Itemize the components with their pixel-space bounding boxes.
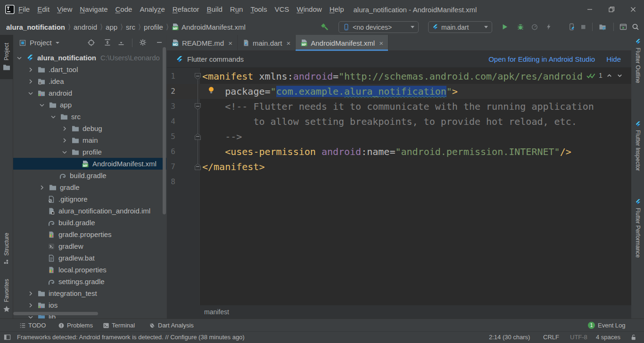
- close-tab-icon[interactable]: ×: [228, 39, 232, 47]
- fold-marker-icon[interactable]: [195, 103, 201, 110]
- tree-item-gradlew[interactable]: gradlew: [13, 240, 166, 252]
- prev-problem-icon[interactable]: [606, 72, 613, 79]
- tree-item-android[interactable]: android: [13, 87, 166, 99]
- tree-item-app[interactable]: app: [13, 99, 166, 111]
- next-problem-icon[interactable]: [616, 72, 623, 79]
- device-selector[interactable]: <no devices>: [339, 21, 419, 33]
- menu-run[interactable]: Run: [226, 0, 247, 19]
- project-viewmode-icon[interactable]: [19, 39, 26, 47]
- tool-strip-project[interactable]: Project: [0, 35, 13, 79]
- tab-README.md[interactable]: MDREADME.md×: [167, 35, 238, 51]
- tab-main.dart[interactable]: main.dart×: [238, 35, 296, 51]
- tree-item-.idea[interactable]: .idea: [13, 75, 166, 87]
- close-tab-icon[interactable]: ×: [379, 39, 383, 47]
- tree-item-profile[interactable]: profile: [13, 146, 166, 158]
- tree-item-.dart_tool[interactable]: .dart_tool: [13, 64, 166, 75]
- chevron-down-icon[interactable]: [50, 113, 57, 121]
- tree-item-build.gradle[interactable]: build.gradle: [13, 170, 166, 181]
- close-button[interactable]: [622, 0, 644, 19]
- inspection-widget[interactable]: 1: [586, 72, 623, 79]
- toolwindow-terminal[interactable]: Terminal: [103, 319, 135, 332]
- restore-button[interactable]: [601, 0, 622, 19]
- chevron-right-icon[interactable]: [27, 66, 34, 74]
- event-log-button[interactable]: 1 Event Log: [588, 319, 626, 332]
- menu-window[interactable]: Window: [293, 0, 325, 19]
- tool-strip-flutter-performance[interactable]: Flutter Performance: [631, 199, 644, 258]
- collapse-all-button[interactable]: [117, 39, 125, 47]
- tree-item-debug[interactable]: debug: [13, 122, 166, 134]
- chevron-right-icon[interactable]: [27, 78, 34, 85]
- breadcrumb-profile[interactable]: profile: [144, 23, 163, 31]
- tree-item-main[interactable]: main: [13, 134, 166, 146]
- toolwindow-toggle-icon[interactable]: [4, 334, 11, 341]
- tool-strip-flutter-inspector[interactable]: Flutter Inspector: [631, 121, 644, 171]
- profile-button[interactable]: [529, 22, 540, 32]
- hide-banner-link[interactable]: Hide: [606, 55, 621, 63]
- tree-item-build.gradle[interactable]: build.gradle: [13, 217, 166, 229]
- toolwindow-todo[interactable]: TODO: [19, 319, 46, 332]
- fold-marker-icon[interactable]: [195, 163, 201, 170]
- breadcrumb-file[interactable]: MFAndroidManifest.xml: [172, 23, 246, 31]
- indent-config[interactable]: 4 spaces: [596, 332, 620, 343]
- code-editor[interactable]: 12345678 <manifest xmlns:android="http:/…: [167, 68, 631, 305]
- breadcrumb-manifest[interactable]: manifest: [204, 308, 229, 316]
- locate-file-button[interactable]: [87, 39, 95, 47]
- tool-strip-favorites[interactable]: Favorites: [0, 276, 13, 316]
- hot-reload-button[interactable]: [544, 22, 554, 32]
- lock-icon[interactable]: [630, 334, 637, 341]
- menu-view[interactable]: View: [53, 0, 76, 19]
- minimize-button[interactable]: [579, 0, 601, 19]
- tree-horizontal-scrollbar[interactable]: [13, 312, 98, 315]
- menu-file[interactable]: File: [15, 0, 33, 19]
- tree-vertical-scrollbar[interactable]: [163, 47, 166, 214]
- menu-navigate[interactable]: Navigate: [76, 0, 111, 19]
- menu-refactor[interactable]: Refactor: [169, 0, 203, 19]
- tree-item-.gitignore[interactable]: .gitignore: [13, 193, 166, 205]
- menu-analyze[interactable]: Analyze: [136, 0, 168, 19]
- intention-bulb-icon[interactable]: [207, 86, 215, 94]
- toolwindow-dart-analysis[interactable]: Dart Analysis: [149, 319, 194, 332]
- menu-edit[interactable]: Edit: [33, 0, 53, 19]
- tab-AndroidManifest.xml[interactable]: MFAndroidManifest.xml×: [296, 35, 388, 51]
- chevron-down-icon[interactable]: [27, 90, 34, 97]
- tree-item-settings.gradle[interactable]: settings.gradle: [13, 276, 166, 287]
- menu-build[interactable]: Build: [203, 0, 226, 19]
- run-button[interactable]: [500, 22, 510, 32]
- menu-tools[interactable]: Tools: [247, 0, 271, 19]
- gear-icon[interactable]: [139, 39, 147, 47]
- menu-code[interactable]: Code: [112, 0, 136, 19]
- chevron-right-icon[interactable]: [27, 302, 34, 309]
- tree-item-local.properties[interactable]: local.properties: [13, 264, 166, 276]
- breadcrumb-alura_notification[interactable]: alura_notification: [6, 23, 65, 31]
- menu-help[interactable]: Help: [326, 0, 348, 19]
- run-config-selector[interactable]: main.dart: [428, 21, 492, 33]
- line-separator[interactable]: CRLF: [543, 332, 559, 343]
- close-tab-icon[interactable]: ×: [286, 39, 290, 47]
- debug-button[interactable]: [515, 22, 526, 32]
- tree-item-AndroidManifest.xml[interactable]: MFAndroidManifest.xml: [13, 158, 166, 170]
- fold-marker-icon[interactable]: [195, 73, 201, 80]
- breadcrumb-src[interactable]: src: [126, 23, 135, 31]
- open-in-android-studio-link[interactable]: Open for Editing in Android Studio: [488, 55, 595, 63]
- hide-panel-button[interactable]: [156, 39, 164, 47]
- file-encoding[interactable]: UTF-8: [570, 332, 587, 343]
- menu-vcs[interactable]: VCS: [271, 0, 293, 19]
- tree-item-alura_notification_android.iml[interactable]: alura_notification_android.iml: [13, 205, 166, 217]
- tool-strip-flutter-outline[interactable]: Flutter Outline: [631, 39, 644, 83]
- chevron-right-icon[interactable]: [27, 290, 34, 297]
- status-message[interactable]: Frameworks detected: Android framework i…: [17, 332, 245, 343]
- project-structure-button[interactable]: [597, 22, 608, 32]
- chevron-down-icon[interactable]: [38, 101, 46, 109]
- breadcrumb-android[interactable]: android: [74, 23, 97, 31]
- tree-item-gradlew.bat[interactable]: gradlew.bat: [13, 252, 166, 264]
- caret-position[interactable]: 2:14 (30 chars): [489, 332, 530, 343]
- tree-item-alura_notification[interactable]: alura_notificationC:\Users\Leonardo: [13, 52, 166, 64]
- fold-marker-icon[interactable]: [195, 133, 201, 140]
- chevron-down-icon[interactable]: [16, 54, 23, 62]
- tool-strip-structure[interactable]: Structure: [0, 227, 13, 270]
- build-hammer-button[interactable]: [319, 22, 330, 32]
- toolwindow-problems[interactable]: Problems: [58, 319, 93, 332]
- tree-item-integration_test[interactable]: integration_test: [13, 287, 166, 299]
- tree-item-gradle[interactable]: gradle: [13, 181, 166, 193]
- run-anything-button[interactable]: [618, 22, 628, 32]
